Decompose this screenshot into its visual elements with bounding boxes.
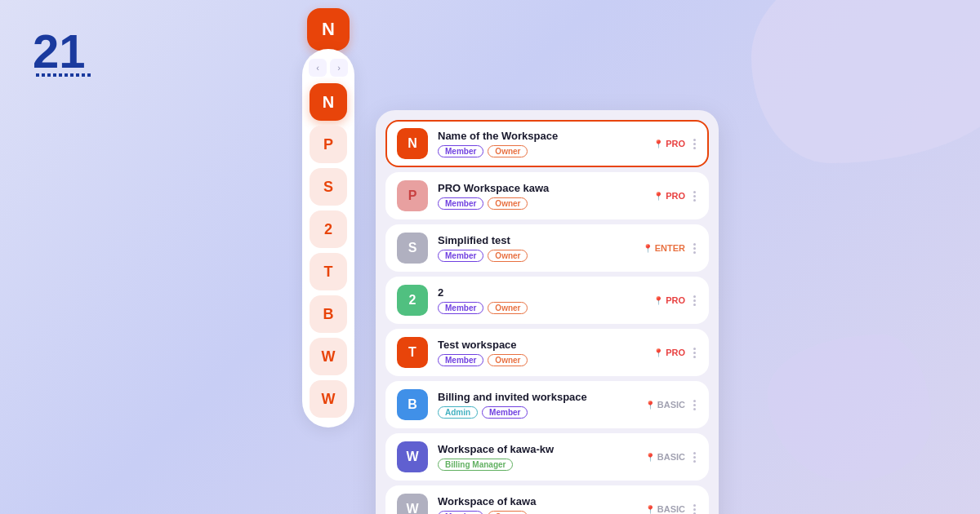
workspace-menu-icon[interactable] [692,503,697,515]
plan-label: ENTER [655,243,685,253]
workspace-right: 📍 PRO [653,189,697,203]
workspace-name: Workspace of kawa [438,495,635,507]
workspace-list-panel: N Name of the Workspace MemberOwner 📍 PR… [376,110,719,514]
workspace-item[interactable]: B Billing and invited workspace AdminMem… [385,381,709,428]
workspace-name: Test workspace [438,339,644,351]
workspace-right: 📍 PRO [653,294,697,308]
plan-label: BASIC [657,452,685,462]
workspace-right: 📍 BASIC [645,398,697,412]
badge-member: Member [438,197,483,210]
workspace-avatar: N [397,128,428,159]
sidebar-item-p[interactable]: P [310,126,347,163]
sidebar-item-b[interactable]: B [310,295,347,333]
workspace-plan: 📍 BASIC [645,400,685,410]
workspace-menu-icon[interactable] [692,294,697,308]
workspace-info: Billing and invited workspace AdminMembe… [438,391,635,419]
workspace-plan: 📍 ENTER [643,243,685,253]
badge-member: Member [438,354,483,366]
workspace-badges: MemberOwner [438,511,635,514]
nav-arrows: ‹ › [309,59,348,77]
workspace-item[interactable]: W Workspace of kawa MemberOwner 📍 BASIC [385,485,709,514]
workspace-menu-icon[interactable] [692,450,697,464]
sidebar-item-n-active[interactable]: N [310,83,347,121]
pin-icon: 📍 [643,244,653,253]
workspace-item[interactable]: T Test workspace MemberOwner 📍 PRO [385,329,709,376]
top-workspace-avatar-container: N [302,8,354,51]
badge-billing: Billing Manager [438,459,513,471]
workspace-avatar: W [397,441,428,472]
nav-prev-button[interactable]: ‹ [309,59,327,77]
workspace-badges: MemberOwner [438,145,644,157]
sidebar-item-w2[interactable]: W [310,380,347,418]
workspace-badges: AdminMember [438,406,635,419]
pin-icon: 📍 [653,296,663,305]
workspace-badges: MemberOwner [438,354,644,366]
workspace-info: Workspace of kawa-kw Billing Manager [438,443,635,471]
workspace-sidebar: ‹ › N P S 2 T B W W [302,49,354,428]
workspace-menu-icon[interactable] [692,189,697,203]
pin-icon: 📍 [653,192,663,201]
badge-admin: Admin [438,406,478,419]
workspace-item[interactable]: N Name of the Workspace MemberOwner 📍 PR… [385,120,709,167]
workspace-plan: 📍 BASIC [645,504,685,514]
workspace-name: 2 [438,286,644,299]
nav-next-button[interactable]: › [330,59,348,77]
badge-owner: Owner [488,197,528,210]
workspace-info: Simplified test MemberOwner [438,234,633,262]
workspace-name: Simplified test [438,234,633,246]
plan-label: PRO [666,191,685,201]
badge-member: Member [438,302,483,314]
sidebar-item-s[interactable]: S [310,168,347,206]
pin-icon: 📍 [645,401,655,410]
workspace-badges: MemberOwner [438,302,644,314]
badge-owner: Owner [488,302,528,314]
workspace-right: 📍 BASIC [645,503,697,515]
workspace-info: Test workspace MemberOwner [438,339,644,366]
workspace-avatar: W [397,494,428,514]
workspace-menu-icon[interactable] [692,346,697,360]
badge-owner: Owner [488,250,528,262]
workspace-avatar: P [397,180,428,211]
workspace-badges: MemberOwner [438,250,633,262]
workspace-plan: 📍 BASIC [645,452,685,462]
pin-icon: 📍 [653,348,663,357]
workspace-right: 📍 ENTER [643,241,697,255]
workspace-plan: 📍 PRO [653,191,685,201]
svg-text:21: 21 [33,24,86,78]
workspace-name: PRO Workspace kawa [438,182,644,194]
badge-owner: Owner [488,511,528,514]
badge-member: Member [482,406,528,419]
pin-icon: 📍 [645,453,655,462]
pin-icon: 📍 [653,140,663,148]
sidebar-item-2[interactable]: 2 [310,210,347,248]
sidebar-item-w1[interactable]: W [310,338,347,375]
workspace-name: Billing and invited workspace [438,391,635,403]
workspace-right: 📍 PRO [653,346,697,360]
workspace-plan: 📍 PRO [653,139,685,148]
background-blob-2 [768,335,931,481]
plan-label: BASIC [657,504,685,514]
badge-owner: Owner [488,354,528,366]
workspace-item[interactable]: W Workspace of kawa-kw Billing Manager 📍… [385,433,709,481]
workspace-name: Name of the Workspace [438,130,644,142]
sidebar-item-t[interactable]: T [310,253,347,290]
top-workspace-avatar[interactable]: N [307,8,350,51]
workspace-badges: MemberOwner [438,197,644,210]
workspace-avatar: B [397,389,428,420]
workspace-menu-icon[interactable] [692,241,697,255]
workspace-item[interactable]: 2 2 MemberOwner 📍 PRO [385,277,709,324]
workspace-name: Workspace of kawa-kw [438,443,635,455]
plan-label: BASIC [657,400,685,410]
workspace-item[interactable]: S Simplified test MemberOwner 📍 ENTER [385,224,709,272]
badge-member: Member [438,145,483,157]
pin-icon: 📍 [645,505,655,514]
workspace-menu-icon[interactable] [692,137,697,151]
badge-member: Member [438,250,483,262]
workspace-item[interactable]: P PRO Workspace kawa MemberOwner 📍 PRO [385,172,709,219]
workspace-badges: Billing Manager [438,459,635,471]
workspace-avatar: T [397,337,428,368]
badge-owner: Owner [488,145,528,157]
workspace-menu-icon[interactable] [692,398,697,412]
plan-label: PRO [666,348,685,357]
workspace-info: PRO Workspace kawa MemberOwner [438,182,644,210]
